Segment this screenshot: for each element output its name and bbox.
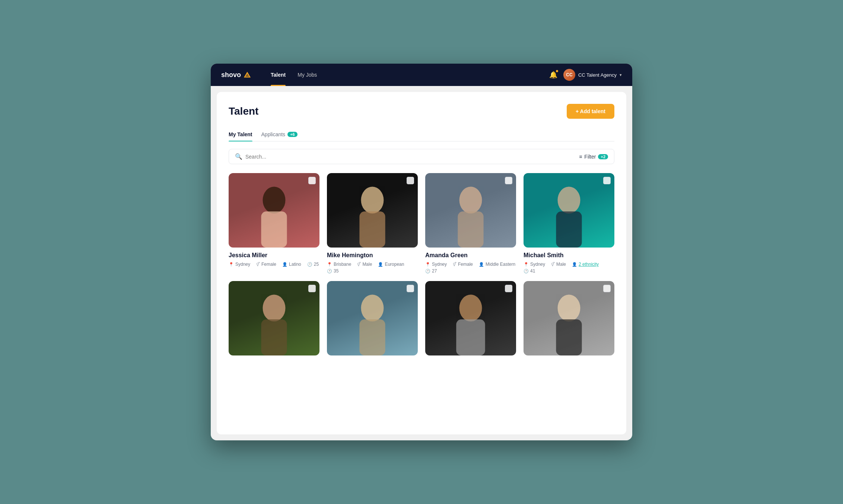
photo-wrapper: [524, 173, 614, 248]
location-icon: 📍: [229, 262, 234, 267]
ethnicity-icon: 👤: [378, 262, 383, 267]
talent-meta: 📍 Sydney ⚥ Female 👤 Middle Eastern 🕐 27: [425, 262, 516, 274]
svg-rect-9: [556, 211, 582, 248]
svg-point-14: [459, 295, 482, 322]
svg-rect-11: [261, 319, 287, 355]
logo[interactable]: shovo: [221, 71, 251, 79]
gender-meta: ⚥ Female: [453, 262, 473, 267]
photo-wrapper: [425, 281, 516, 355]
add-talent-button[interactable]: + Add talent: [567, 104, 614, 119]
gender-icon: ⚥: [551, 262, 555, 267]
tab-my-talent[interactable]: My Talent: [229, 128, 252, 141]
location-meta: 📍 Brisbane: [327, 262, 351, 267]
svg-point-4: [361, 187, 384, 214]
age-icon: 🕐: [327, 269, 332, 274]
ethnicity-icon: 👤: [572, 262, 577, 267]
svg-rect-5: [359, 211, 385, 248]
applicants-badge: +6: [287, 132, 298, 137]
card-checkbox[interactable]: [308, 177, 316, 184]
ethnicity-icon: 👤: [479, 262, 484, 267]
logo-icon: [243, 71, 251, 79]
gender-icon: ⚥: [453, 262, 457, 267]
photo-wrapper: [327, 173, 418, 248]
talent-card[interactable]: Michael Smith 📍 Sydney ⚥ Male 👤 2 ethnic…: [524, 173, 614, 274]
nav-links: Talent My Jobs: [265, 64, 549, 86]
card-checkbox[interactable]: [603, 177, 611, 184]
nav-right: 🔔 CC CC Talent Agency ▾: [549, 69, 622, 81]
filter-button[interactable]: ≡ Filter +2: [579, 154, 608, 160]
svg-rect-17: [556, 319, 582, 355]
talent-photo: [524, 173, 614, 248]
ethnicity-icon: 👤: [282, 262, 287, 267]
logo-text: shovo: [221, 71, 241, 79]
svg-point-10: [263, 295, 286, 322]
age-icon: 🕐: [524, 269, 529, 274]
nav-my-jobs[interactable]: My Jobs: [292, 64, 323, 86]
talent-card[interactable]: [524, 281, 614, 360]
gender-icon: ⚥: [256, 262, 260, 267]
photo-wrapper: [229, 281, 319, 355]
gender-meta: ⚥ Male: [357, 262, 372, 267]
talent-card[interactable]: [229, 281, 319, 360]
card-checkbox[interactable]: [407, 177, 414, 184]
age-meta: 🕐 25: [307, 262, 319, 267]
navbar: shovo Talent My Jobs 🔔 CC CC: [211, 64, 632, 86]
gender-icon: ⚥: [357, 262, 361, 267]
filter-badge: +2: [598, 154, 608, 159]
user-name: CC Talent Agency: [578, 72, 617, 78]
talent-card[interactable]: Jessica Miller 📍 Sydney ⚥ Female 👤 Latin…: [229, 173, 319, 274]
user-menu[interactable]: CC CC Talent Agency ▾: [563, 69, 622, 81]
card-checkbox[interactable]: [505, 177, 512, 184]
talent-card[interactable]: Amanda Green 📍 Sydney ⚥ Female 👤 Middle …: [425, 173, 516, 274]
page-title: Talent: [229, 105, 258, 117]
ethnicity-link[interactable]: 2 ethnicity: [579, 262, 599, 267]
talent-card[interactable]: Mike Hemington 📍 Brisbane ⚥ Male 👤 Europ…: [327, 173, 418, 274]
svg-rect-3: [261, 211, 287, 248]
photo-wrapper: [524, 281, 614, 355]
main-content: Talent + Add talent My Talent Applicants…: [217, 92, 626, 434]
location-meta: 📍 Sydney: [425, 262, 447, 267]
talent-meta: 📍 Sydney ⚥ Male 👤 2 ethnicity 🕐 41: [524, 262, 614, 274]
search-input[interactable]: [245, 154, 579, 160]
svg-rect-13: [359, 319, 385, 355]
page-header: Talent + Add talent: [229, 104, 614, 119]
search-icon: 🔍: [235, 153, 242, 160]
talent-name: Michael Smith: [524, 252, 614, 259]
talent-card[interactable]: [327, 281, 418, 360]
svg-rect-15: [456, 319, 485, 355]
notification-button[interactable]: 🔔: [549, 71, 557, 79]
talent-photo: [425, 281, 516, 355]
talent-card[interactable]: [425, 281, 516, 360]
talent-photo: [229, 173, 319, 248]
location-meta: 📍 Sydney: [229, 262, 250, 267]
talent-photo: [327, 281, 418, 355]
photo-wrapper: [229, 173, 319, 248]
chevron-down-icon: ▾: [620, 73, 622, 77]
age-meta: 🕐 35: [327, 268, 338, 274]
search-bar: 🔍 ≡ Filter +2: [229, 149, 614, 164]
talent-meta: 📍 Brisbane ⚥ Male 👤 European 🕐 35: [327, 262, 418, 274]
age-meta: 🕐 41: [524, 268, 535, 274]
ethnicity-meta: 👤 Latino: [282, 262, 301, 267]
age-icon: 🕐: [425, 269, 430, 274]
talent-photo: [229, 281, 319, 355]
app-screen: shovo Talent My Jobs 🔔 CC CC: [211, 64, 632, 440]
ethnicity-meta: 👤 2 ethnicity: [572, 262, 599, 267]
search-bar-inner: 🔍: [235, 153, 579, 160]
location-icon: 📍: [524, 262, 529, 267]
location-icon: 📍: [425, 262, 430, 267]
talent-photo: [327, 173, 418, 248]
photo-wrapper: [425, 173, 516, 248]
card-checkbox[interactable]: [407, 285, 414, 292]
card-checkbox[interactable]: [308, 285, 316, 292]
card-checkbox[interactable]: [603, 285, 611, 292]
ethnicity-meta: 👤 European: [378, 262, 404, 267]
svg-point-8: [558, 187, 580, 214]
nav-talent[interactable]: Talent: [265, 64, 292, 86]
talent-name: Mike Hemington: [327, 252, 418, 259]
talent-meta: 📍 Sydney ⚥ Female 👤 Latino 🕐 25: [229, 262, 319, 267]
tabs: My Talent Applicants +6: [229, 128, 614, 141]
card-checkbox[interactable]: [505, 285, 512, 292]
tab-applicants[interactable]: Applicants +6: [261, 128, 298, 141]
talent-photo: [425, 173, 516, 248]
